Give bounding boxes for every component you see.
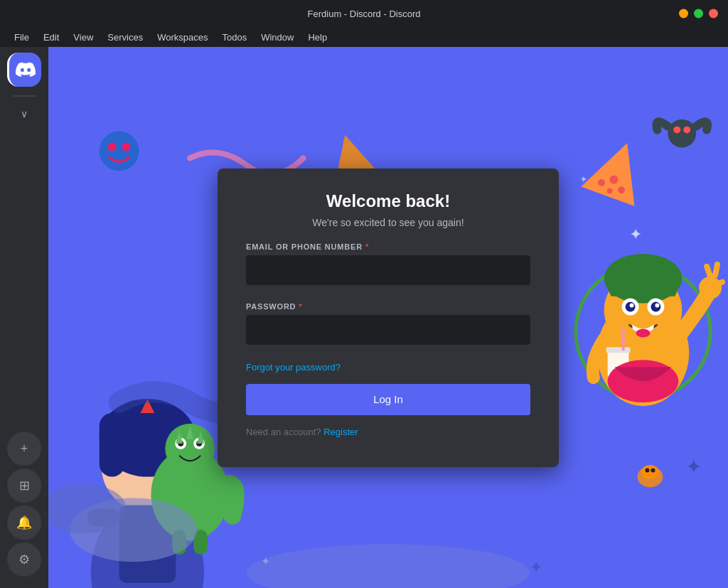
plus-icon: + [21,442,28,456]
menu-view[interactable]: View [68,30,99,45]
minimize-button[interactable] [694,9,703,18]
password-form-group: PASSWORD * [246,302,530,356]
sidebar: ∨ + ⊞ 🔔 ⚙ [0,47,48,588]
menu-file[interactable]: File [9,30,35,45]
modal-title: Welcome back! [246,191,530,211]
content-area: ✦ ✦ ✦ ✦ ✦ [48,47,728,588]
register-prompt: Need an account? Register [246,427,530,437]
password-input[interactable] [246,315,530,345]
email-label: EMAIL OR PHONE NUMBER * [246,242,530,251]
close-button[interactable] [709,9,718,18]
chevron-down-icon: ∨ [21,108,28,119]
gear-icon: ⚙ [18,552,30,567]
menu-window[interactable]: Window [255,30,299,45]
menu-workspaces[interactable]: Workspaces [151,30,213,45]
window-title: Ferdium - Discord - Discord [308,9,421,19]
discord-logo-icon [16,60,36,80]
password-required-star: * [299,302,302,311]
add-service-button[interactable]: + [7,432,41,466]
settings-button[interactable]: ⚙ [7,542,41,577]
sidebar-collapse-button[interactable]: ∨ [7,102,41,125]
menu-todos[interactable]: Todos [216,30,252,45]
main-layout: ∨ + ⊞ 🔔 ⚙ [0,47,728,588]
sidebar-bottom-actions: + ⊞ 🔔 ⚙ [7,432,41,582]
menu-bar: File Edit View Services Workspaces Todos… [0,27,728,47]
grid-icon: ⊞ [19,478,30,493]
discord-service-icon[interactable] [7,53,41,87]
login-modal: Welcome back! We're so excited to see yo… [218,169,559,467]
register-link[interactable]: Register [323,427,358,437]
bell-icon: 🔔 [16,515,32,530]
email-required-star: * [365,242,369,251]
notifications-button[interactable]: 🔔 [7,506,41,540]
maximize-button[interactable] [679,9,688,18]
email-input[interactable] [246,255,530,285]
login-button[interactable]: Log In [246,384,530,415]
modal-subtitle: We're so excited to see you again! [246,217,530,228]
window-controls [679,9,718,18]
title-bar: Ferdium - Discord - Discord [0,0,728,27]
forgot-password-link[interactable]: Forgot your password? [246,362,530,373]
workspaces-button[interactable]: ⊞ [7,469,41,503]
modal-overlay: Welcome back! We're so excited to see yo… [48,47,728,588]
menu-help[interactable]: Help [302,30,333,45]
menu-services[interactable]: Services [102,30,149,45]
email-form-group: EMAIL OR PHONE NUMBER * [246,242,530,296]
menu-edit[interactable]: Edit [38,30,65,45]
sidebar-divider [13,95,36,97]
password-label: PASSWORD * [246,302,530,311]
